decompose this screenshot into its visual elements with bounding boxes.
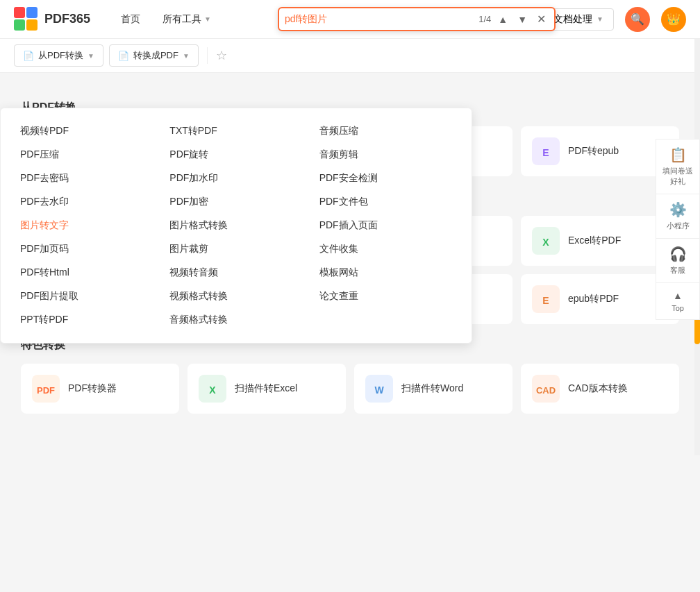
dropdown-item-paper-check[interactable]: 论文查重 <box>311 285 460 308</box>
questionnaire-icon: 📋 <box>669 146 687 163</box>
dropdown-item-pdf-package[interactable]: PDF文件包 <box>311 190 460 214</box>
dropdown-col-2: TXT转PDF PDF旋转 PDF加水印 PDF加密 图片格式转换 图片裁剪 视… <box>161 119 310 332</box>
pdf-converter-label: PDF转换器 <box>68 382 117 395</box>
to-pdf-arrow-icon: ▼ <box>183 52 190 60</box>
right-sidebar: 📋 填问卷送好礼 ⚙️ 小程序 🎧 客服 ▲ Top <box>656 139 700 320</box>
special-tool-grid: PDF PDF转换器 X 扫描件转Excel W 扫描件转Word <box>21 364 679 414</box>
dropdown-item-pdf-compress[interactable]: PDF压缩 <box>12 143 161 167</box>
search-nav: 1/4 ▲ ▼ ✕ <box>478 11 549 27</box>
search-prev-button[interactable]: ▲ <box>495 12 510 26</box>
sidebar-questionnaire-button[interactable]: 📋 填问卷送好礼 <box>656 139 700 194</box>
scan-to-excel-icon: X <box>199 375 226 403</box>
cad-version-label: CAD版本转换 <box>568 382 628 395</box>
search-input[interactable] <box>285 14 478 25</box>
tool-card-scan-to-excel[interactable]: X 扫描件转Excel <box>188 364 346 414</box>
from-pdf-button[interactable]: 📄 从PDF转换 ▼ <box>14 44 103 67</box>
crown-button[interactable]: 👑 <box>661 7 686 32</box>
dropdown-col-3: 音频压缩 音频剪辑 PDF安全检测 PDF文件包 PDF插入页面 文件收集 模板… <box>311 119 460 332</box>
dropdown-item-pdf-decrypt[interactable]: PDF去密码 <box>12 167 161 190</box>
epub-to-pdf-label: epub转PDF <box>568 293 619 305</box>
pdf-to-epub-label: PDF转epub <box>568 145 619 158</box>
excel-to-pdf-label: Excel转PDF <box>568 235 621 247</box>
dropdown-item-audio-format[interactable]: 音频格式转换 <box>161 308 310 332</box>
scan-to-word-label: 扫描件转Word <box>401 382 463 395</box>
pdf-to-epub-icon: E <box>532 137 560 165</box>
crown-icon: 👑 <box>667 12 681 26</box>
scan-to-excel-label: 扫描件转Excel <box>235 382 297 395</box>
nav-home[interactable]: 首页 <box>111 9 150 30</box>
search-close-button[interactable]: ✕ <box>534 11 549 27</box>
dropdown-item-pdf-insert-page[interactable]: PDF插入页面 <box>311 214 460 237</box>
svg-rect-2 <box>14 19 25 31</box>
nav-tools[interactable]: 所有工具 ▼ <box>153 9 221 30</box>
dropdown-item-pdf-img-extract[interactable]: PDF图片提取 <box>12 285 161 308</box>
toolbar-separator <box>207 47 208 64</box>
dropdown-item-pdf-security[interactable]: PDF安全检测 <box>311 167 460 190</box>
dropdown-item-pdf-rotate[interactable]: PDF旋转 <box>161 143 310 167</box>
toolbar: 📄 从PDF转换 ▼ 📄 转换成PDF ▼ ☆ <box>0 39 700 73</box>
search-icon: 🔍 <box>631 12 644 26</box>
sidebar-service-button[interactable]: 🎧 客服 <box>656 238 700 282</box>
dropdown-item-img-crop[interactable]: 图片裁剪 <box>161 237 310 261</box>
excel-to-pdf-icon: X <box>532 227 560 255</box>
dropdown-item-pdf-add-watermark[interactable]: PDF加水印 <box>161 167 310 190</box>
svg-text:CAD: CAD <box>536 385 556 396</box>
dropdown-item-pdf-add-page-num[interactable]: PDF加页码 <box>12 237 161 261</box>
dropdown-item-video-to-audio[interactable]: 视频转音频 <box>161 261 310 285</box>
svg-rect-1 <box>26 7 38 18</box>
top-label: Top <box>672 304 684 312</box>
top-arrow-icon: ▲ <box>673 290 683 301</box>
svg-text:E: E <box>542 295 549 306</box>
dropdown-item-ppt-to-pdf[interactable]: PPT转PDF <box>12 308 161 332</box>
pdf-converter-icon: PDF <box>32 375 60 403</box>
dropdown-item-video-to-pdf[interactable]: 视频转PDF <box>12 119 161 143</box>
tool-card-cad-version[interactable]: CAD CAD版本转换 <box>521 364 679 414</box>
svg-text:W: W <box>374 384 384 396</box>
dropdown-item-template-site[interactable]: 模板网站 <box>311 261 460 285</box>
miniapp-icon: ⚙️ <box>669 201 687 218</box>
dropdown-item-img-to-text[interactable]: 图片转文字 <box>12 214 161 237</box>
dropdown-item-pdf-to-html[interactable]: PDF转Html <box>12 261 161 285</box>
dropdown-item-txt-to-pdf[interactable]: TXT转PDF <box>161 119 310 143</box>
search-next-button[interactable]: ▼ <box>515 12 530 26</box>
doc-process-arrow-icon: ▼ <box>597 15 603 23</box>
header: PDF365 首页 所有工具 ▼ 1/4 ▲ ▼ ✕ 📄 文档处理 ▼ 🔍 <box>0 0 700 39</box>
svg-text:PDF: PDF <box>37 385 55 396</box>
svg-text:X: X <box>542 237 549 248</box>
svg-rect-3 <box>26 19 38 31</box>
dropdown-item-file-collect[interactable]: 文件收集 <box>311 237 460 261</box>
svg-text:X: X <box>209 384 216 396</box>
logo-text: PDF365 <box>44 12 90 26</box>
nav-items: 首页 所有工具 ▼ <box>111 9 221 30</box>
dropdown-col-1: 视频转PDF PDF压缩 PDF去密码 PDF去水印 图片转文字 PDF加页码 … <box>12 119 161 332</box>
dropdown-item-video-format[interactable]: 视频格式转换 <box>161 285 310 308</box>
tool-card-pdf-converter[interactable]: PDF PDF转换器 <box>21 364 179 414</box>
dropdown-item-img-format-convert[interactable]: 图片格式转换 <box>161 214 310 237</box>
search-icon-button[interactable]: 🔍 <box>625 7 650 32</box>
from-pdf-arrow-icon: ▼ <box>88 52 94 60</box>
star-icon[interactable]: ☆ <box>216 48 227 63</box>
dropdown-item-audio-compress[interactable]: 音频压缩 <box>311 119 460 143</box>
dropdown-columns: 视频转PDF PDF压缩 PDF去密码 PDF去水印 图片转文字 PDF加页码 … <box>12 119 460 332</box>
from-pdf-icon: 📄 <box>23 51 34 61</box>
svg-text:E: E <box>542 147 549 158</box>
doc-process-label: 文档处理 <box>553 13 592 26</box>
logo-icon <box>14 7 39 32</box>
service-label: 客服 <box>670 265 685 276</box>
to-pdf-button[interactable]: 📄 转换成PDF ▼ <box>109 44 199 67</box>
tool-card-scan-to-word[interactable]: W 扫描件转Word <box>354 364 512 414</box>
cad-version-icon: CAD <box>532 375 560 403</box>
sidebar-miniapp-button[interactable]: ⚙️ 小程序 <box>656 194 700 238</box>
questionnaire-label: 填问卷送好礼 <box>659 166 697 187</box>
dropdown-item-pdf-remove-watermark[interactable]: PDF去水印 <box>12 190 161 214</box>
dropdown-menu: 视频转PDF PDF压缩 PDF去密码 PDF去水印 图片转文字 PDF加页码 … <box>0 108 472 344</box>
dropdown-item-audio-edit[interactable]: 音频剪辑 <box>311 143 460 167</box>
to-pdf-icon: 📄 <box>118 51 129 61</box>
search-bar: 1/4 ▲ ▼ ✕ <box>278 7 556 31</box>
service-icon: 🎧 <box>669 246 687 262</box>
logo-area[interactable]: PDF365 <box>14 7 90 32</box>
dropdown-item-pdf-encrypt[interactable]: PDF加密 <box>161 190 310 214</box>
miniapp-label: 小程序 <box>667 221 690 231</box>
sidebar-top-button[interactable]: ▲ Top <box>656 282 700 320</box>
scan-to-word-icon: W <box>365 375 393 403</box>
